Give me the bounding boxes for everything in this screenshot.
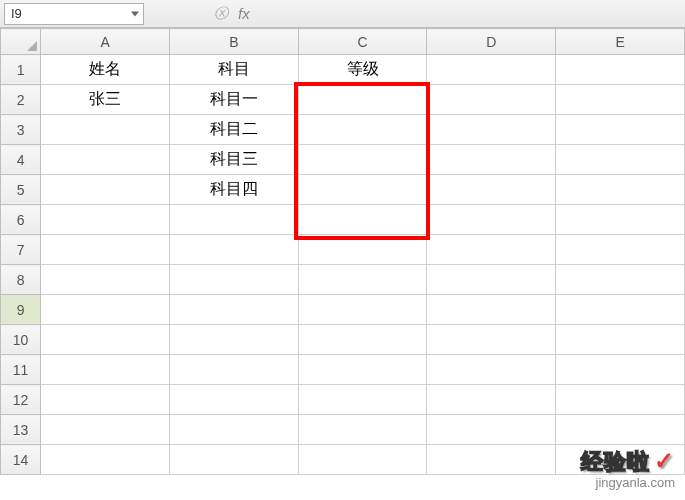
cell-A2[interactable]: 张三 bbox=[41, 85, 170, 115]
cell-E14[interactable] bbox=[556, 445, 685, 475]
cell-A3[interactable] bbox=[41, 115, 170, 145]
table-row: 2张三科目一 bbox=[1, 85, 685, 115]
watermark-domain: jingyanla.com bbox=[581, 475, 675, 490]
cell-C4[interactable] bbox=[298, 145, 427, 175]
cell-A11[interactable] bbox=[41, 355, 170, 385]
cell-C7[interactable] bbox=[298, 235, 427, 265]
col-header-E[interactable]: E bbox=[556, 29, 685, 55]
cell-E2[interactable] bbox=[556, 85, 685, 115]
cell-D14[interactable] bbox=[427, 445, 556, 475]
cell-C11[interactable] bbox=[298, 355, 427, 385]
cell-D9[interactable] bbox=[427, 295, 556, 325]
table-row: 1姓名科目等级 bbox=[1, 55, 685, 85]
cancel-icon[interactable]: ⓧ bbox=[214, 5, 228, 23]
cell-C14[interactable] bbox=[298, 445, 427, 475]
cell-C10[interactable] bbox=[298, 325, 427, 355]
row-header[interactable]: 10 bbox=[1, 325, 41, 355]
cell-A6[interactable] bbox=[41, 205, 170, 235]
cell-A4[interactable] bbox=[41, 145, 170, 175]
cell-B1[interactable]: 科目 bbox=[169, 55, 298, 85]
row-header[interactable]: 8 bbox=[1, 265, 41, 295]
col-header-A[interactable]: A bbox=[41, 29, 170, 55]
cell-B10[interactable] bbox=[169, 325, 298, 355]
cell-C1[interactable]: 等级 bbox=[298, 55, 427, 85]
row-header[interactable]: 11 bbox=[1, 355, 41, 385]
cell-B9[interactable] bbox=[169, 295, 298, 325]
cell-C6[interactable] bbox=[298, 205, 427, 235]
col-header-C[interactable]: C bbox=[298, 29, 427, 55]
cell-A12[interactable] bbox=[41, 385, 170, 415]
cell-A1[interactable]: 姓名 bbox=[41, 55, 170, 85]
row-header[interactable]: 14 bbox=[1, 445, 41, 475]
cell-C2[interactable] bbox=[298, 85, 427, 115]
cell-E1[interactable] bbox=[556, 55, 685, 85]
cell-D8[interactable] bbox=[427, 265, 556, 295]
cell-B12[interactable] bbox=[169, 385, 298, 415]
cell-B13[interactable] bbox=[169, 415, 298, 445]
cell-C13[interactable] bbox=[298, 415, 427, 445]
cell-E9[interactable] bbox=[556, 295, 685, 325]
row-header[interactable]: 7 bbox=[1, 235, 41, 265]
cell-A8[interactable] bbox=[41, 265, 170, 295]
col-header-B[interactable]: B bbox=[169, 29, 298, 55]
cell-D3[interactable] bbox=[427, 115, 556, 145]
cell-E13[interactable] bbox=[556, 415, 685, 445]
cell-B7[interactable] bbox=[169, 235, 298, 265]
row-header[interactable]: 9 bbox=[1, 295, 41, 325]
cell-D13[interactable] bbox=[427, 415, 556, 445]
row-header[interactable]: 5 bbox=[1, 175, 41, 205]
table-row: 12 bbox=[1, 385, 685, 415]
cell-C9[interactable] bbox=[298, 295, 427, 325]
cell-C8[interactable] bbox=[298, 265, 427, 295]
spreadsheet-grid[interactable]: A B C D E 1姓名科目等级2张三科目一3科目二4科目三5科目四67891… bbox=[0, 28, 685, 475]
cell-D5[interactable] bbox=[427, 175, 556, 205]
fx-icon[interactable]: fx bbox=[238, 5, 250, 22]
cell-B6[interactable] bbox=[169, 205, 298, 235]
cell-A13[interactable] bbox=[41, 415, 170, 445]
cell-E7[interactable] bbox=[556, 235, 685, 265]
cell-A14[interactable] bbox=[41, 445, 170, 475]
row-header[interactable]: 2 bbox=[1, 85, 41, 115]
cell-E10[interactable] bbox=[556, 325, 685, 355]
cell-B3[interactable]: 科目二 bbox=[169, 115, 298, 145]
cell-E8[interactable] bbox=[556, 265, 685, 295]
cell-E3[interactable] bbox=[556, 115, 685, 145]
select-all-corner[interactable] bbox=[1, 29, 41, 55]
cell-E5[interactable] bbox=[556, 175, 685, 205]
name-box[interactable]: I9 bbox=[4, 3, 144, 25]
cell-B2[interactable]: 科目一 bbox=[169, 85, 298, 115]
cell-A7[interactable] bbox=[41, 235, 170, 265]
row-header[interactable]: 6 bbox=[1, 205, 41, 235]
cell-D10[interactable] bbox=[427, 325, 556, 355]
cell-B8[interactable] bbox=[169, 265, 298, 295]
cell-D2[interactable] bbox=[427, 85, 556, 115]
col-header-D[interactable]: D bbox=[427, 29, 556, 55]
row-header[interactable]: 4 bbox=[1, 145, 41, 175]
cell-D7[interactable] bbox=[427, 235, 556, 265]
row-header[interactable]: 13 bbox=[1, 415, 41, 445]
cell-D1[interactable] bbox=[427, 55, 556, 85]
cell-E4[interactable] bbox=[556, 145, 685, 175]
cell-D11[interactable] bbox=[427, 355, 556, 385]
row-header[interactable]: 3 bbox=[1, 115, 41, 145]
cell-A10[interactable] bbox=[41, 325, 170, 355]
cell-E11[interactable] bbox=[556, 355, 685, 385]
cell-C5[interactable] bbox=[298, 175, 427, 205]
cell-E6[interactable] bbox=[556, 205, 685, 235]
cell-D12[interactable] bbox=[427, 385, 556, 415]
cell-B4[interactable]: 科目三 bbox=[169, 145, 298, 175]
cell-E12[interactable] bbox=[556, 385, 685, 415]
table-row: 13 bbox=[1, 415, 685, 445]
cell-D6[interactable] bbox=[427, 205, 556, 235]
cell-D4[interactable] bbox=[427, 145, 556, 175]
cell-A9[interactable] bbox=[41, 295, 170, 325]
chevron-down-icon[interactable] bbox=[131, 11, 139, 16]
row-header[interactable]: 1 bbox=[1, 55, 41, 85]
cell-C12[interactable] bbox=[298, 385, 427, 415]
cell-B14[interactable] bbox=[169, 445, 298, 475]
cell-A5[interactable] bbox=[41, 175, 170, 205]
cell-C3[interactable] bbox=[298, 115, 427, 145]
cell-B5[interactable]: 科目四 bbox=[169, 175, 298, 205]
row-header[interactable]: 12 bbox=[1, 385, 41, 415]
cell-B11[interactable] bbox=[169, 355, 298, 385]
